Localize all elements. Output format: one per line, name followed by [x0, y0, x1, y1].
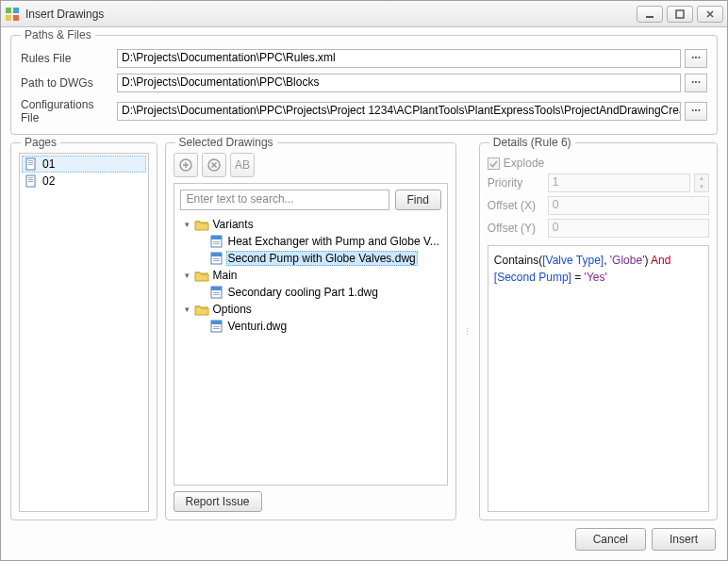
tree-folder[interactable]: ▾Variants — [180, 216, 441, 233]
window: Insert Drawings Paths & Files Rules File… — [0, 0, 728, 561]
configurations-file-input[interactable]: D:\Projects\Documentation\PPC\Projects\P… — [117, 102, 681, 121]
expand-toggle-icon[interactable]: ▾ — [182, 220, 192, 229]
maximize-button[interactable] — [667, 6, 693, 23]
svg-rect-1 — [13, 8, 19, 13]
svg-rect-20 — [213, 241, 220, 242]
tree-item-label: Options — [211, 303, 254, 316]
svg-rect-24 — [213, 258, 220, 259]
svg-rect-13 — [28, 181, 33, 182]
rule-str-yes: 'Yes' — [585, 271, 607, 284]
tree-file[interactable]: Second Pump with Globe Valves.dwg — [180, 250, 441, 267]
rule-field-valve-type: [Valve Type] — [542, 254, 604, 267]
columns: Pages 0102 Selected Drawings AB Enter te… — [10, 142, 718, 520]
expand-toggle-icon[interactable]: ▾ — [182, 271, 192, 280]
offset-y-input[interactable]: 0 — [548, 219, 709, 238]
paths-and-files-group: Paths & Files Rules File D:\Projects\Doc… — [10, 35, 718, 135]
tree-item-label: Main — [211, 269, 240, 282]
rule-expression-box: Contains([Valve Type], 'Globe') And [Sec… — [488, 245, 709, 512]
svg-rect-21 — [213, 243, 220, 244]
pages-title: Pages — [21, 136, 60, 149]
svg-rect-7 — [28, 160, 33, 161]
find-button[interactable]: Find — [395, 190, 441, 210]
folder-icon — [194, 302, 209, 317]
page-item[interactable]: 01 — [22, 156, 146, 173]
tree-item-label: Heat Exchanger with Pump and Globe V... — [226, 235, 441, 248]
svg-rect-33 — [213, 328, 220, 329]
path-to-dwgs-input[interactable]: D:\Projects\Documentation\PPC\Blocks — [117, 74, 681, 92]
remove-button[interactable] — [202, 153, 226, 177]
tree-item-label: Second Pump with Globe Valves.dwg — [226, 251, 418, 266]
rule-str-globe: 'Globe' — [610, 254, 645, 267]
minimize-button[interactable] — [637, 6, 663, 23]
tree-folder[interactable]: ▾Main — [180, 267, 441, 284]
selected-toolbar: AB — [174, 153, 448, 177]
path-to-dwgs-browse-button[interactable]: ··· — [685, 74, 707, 92]
page-icon — [24, 157, 39, 172]
splitter-handle[interactable]: ⋮ — [464, 142, 472, 520]
drawings-box: Enter text to search... Find ▾VariantsHe… — [174, 183, 448, 486]
svg-rect-11 — [28, 177, 33, 178]
svg-rect-3 — [13, 15, 19, 21]
tree-item-label: Variants — [211, 218, 256, 231]
offset-x-input[interactable]: 0 — [548, 196, 709, 215]
svg-rect-2 — [6, 15, 11, 21]
configurations-file-browse-button[interactable]: ··· — [685, 102, 707, 121]
svg-rect-23 — [211, 253, 222, 256]
text-case-button[interactable]: AB — [230, 153, 255, 177]
tree-item-label: Secondary cooling Part 1.dwg — [226, 286, 380, 299]
tree-file[interactable]: Secondary cooling Part 1.dwg — [180, 284, 441, 301]
content: Paths & Files Rules File D:\Projects\Doc… — [1, 27, 727, 560]
rule-op-and: And — [651, 254, 670, 267]
paths-group-title: Paths & Files — [21, 28, 95, 41]
expand-toggle-icon[interactable]: ▾ — [182, 305, 192, 314]
rule-contains-fn: Contains( — [494, 254, 542, 267]
cancel-button[interactable]: Cancel — [575, 528, 646, 551]
svg-rect-9 — [28, 164, 33, 165]
priority-label: Priority — [488, 176, 544, 190]
tree-file[interactable]: Venturi.dwg — [180, 318, 441, 335]
svg-rect-32 — [213, 326, 220, 327]
svg-rect-19 — [211, 236, 222, 239]
svg-rect-5 — [676, 10, 684, 18]
tree-folder[interactable]: ▾Options — [180, 301, 441, 318]
priority-input[interactable]: 1 — [548, 173, 690, 192]
page-item[interactable]: 02 — [22, 173, 146, 190]
svg-rect-25 — [213, 260, 220, 261]
svg-rect-8 — [28, 162, 33, 163]
priority-spinner[interactable]: ▲▼ — [694, 173, 709, 192]
add-button[interactable] — [174, 153, 198, 177]
drawing-file-icon — [209, 234, 224, 249]
rules-file-input[interactable]: D:\Projects\Documentation\PPC\Rules.xml — [117, 49, 681, 68]
rules-file-label: Rules File — [21, 52, 113, 65]
svg-rect-12 — [28, 179, 33, 180]
folder-icon — [194, 217, 209, 232]
explode-checkbox[interactable] — [488, 157, 500, 170]
svg-rect-29 — [213, 294, 220, 295]
folder-icon — [194, 268, 209, 283]
page-icon — [24, 173, 39, 189]
titlebar: Insert Drawings — [1, 1, 727, 27]
rule-field-second-pump: [Second Pump] — [494, 271, 571, 284]
page-item-label: 01 — [42, 157, 55, 171]
drawing-file-icon — [209, 319, 224, 334]
svg-rect-0 — [6, 8, 11, 13]
svg-text:B: B — [242, 158, 250, 172]
svg-rect-4 — [646, 16, 654, 18]
drawing-file-icon — [209, 251, 224, 266]
close-button[interactable] — [697, 6, 723, 23]
search-input[interactable]: Enter text to search... — [180, 190, 389, 210]
drawings-tree[interactable]: ▾VariantsHeat Exchanger with Pump and Gl… — [180, 216, 441, 479]
svg-text:A: A — [235, 158, 242, 172]
offset-y-label: Offset (Y) — [488, 222, 544, 235]
explode-label: Explode — [504, 157, 544, 170]
rules-file-browse-button[interactable]: ··· — [685, 49, 707, 68]
selected-drawings-panel: Selected Drawings AB Enter text to searc… — [165, 142, 456, 520]
page-item-label: 02 — [42, 174, 55, 188]
tree-file[interactable]: Heat Exchanger with Pump and Globe V... — [180, 233, 441, 250]
report-issue-button[interactable]: Report Issue — [174, 491, 262, 512]
pages-list[interactable]: 0102 — [19, 153, 149, 512]
details-panel: Details (Rule 6) Explode Priority 1 ▲▼ O… — [479, 142, 718, 520]
insert-button[interactable]: Insert — [652, 528, 716, 551]
drawing-file-icon — [209, 285, 224, 300]
svg-rect-27 — [211, 287, 222, 290]
